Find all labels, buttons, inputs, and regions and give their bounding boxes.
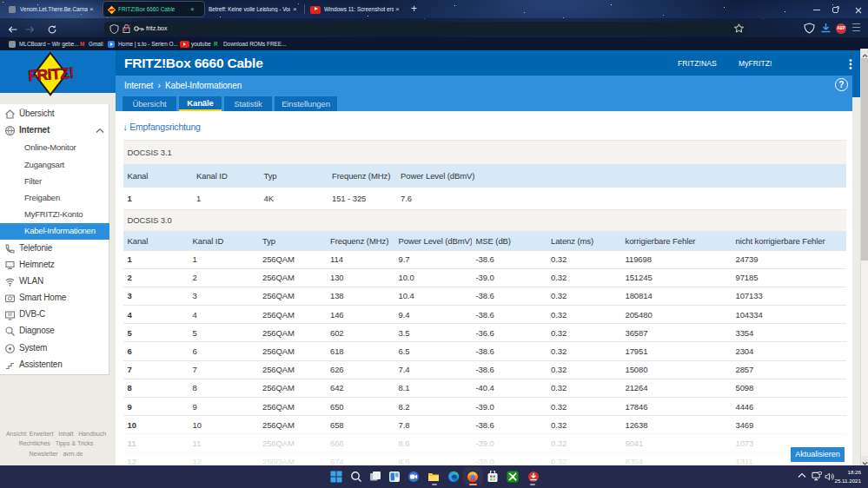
svg-text:FRITZ!: FRITZ! (28, 64, 75, 85)
